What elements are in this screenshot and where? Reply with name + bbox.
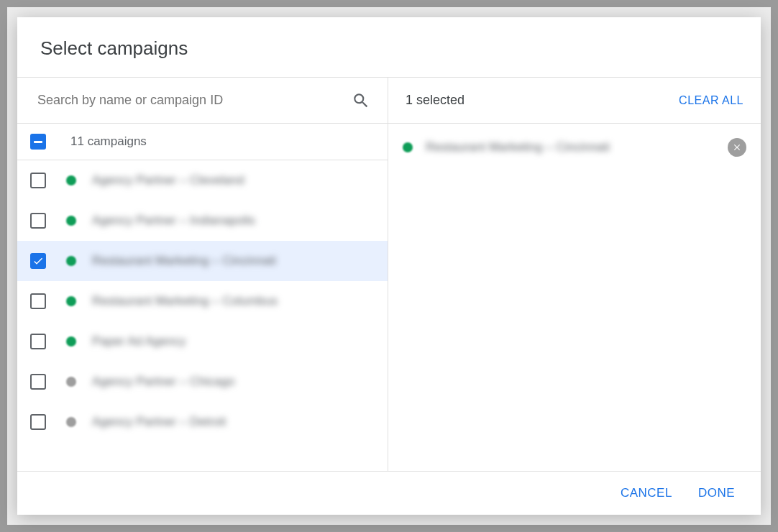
campaign-row-main: Agency Partner – Chicago <box>66 375 375 389</box>
cancel-button[interactable]: CANCEL <box>621 486 672 500</box>
campaign-row[interactable]: Restaurant Marketing – Cincinnati <box>17 241 388 281</box>
campaign-row-main: Agency Partner – Indianapolis <box>66 214 375 228</box>
campaign-count-label: 11 campaigns <box>70 134 147 149</box>
clear-all-button[interactable]: CLEAR ALL <box>679 94 743 107</box>
status-dot-icon <box>66 175 76 185</box>
search-icon[interactable] <box>352 91 370 110</box>
campaign-list[interactable]: Agency Partner – ClevelandAgency Partner… <box>17 160 388 471</box>
campaign-row-main: Restaurant Marketing – Cincinnati <box>66 254 375 268</box>
selected-row-label: Restaurant Marketing – Cincinnati <box>426 140 715 155</box>
status-dot-icon <box>66 377 76 387</box>
campaign-row[interactable]: Restaurant Marketing – Columbus <box>17 281 388 321</box>
status-dot-icon <box>66 216 76 226</box>
campaign-row-label: Agency Partner – Indianapolis <box>92 214 255 228</box>
remove-selected-button[interactable] <box>728 138 746 157</box>
campaign-row-main: Agency Partner – Detroit <box>66 415 375 429</box>
done-button[interactable]: DONE <box>698 486 735 500</box>
dialog-header: Select campaigns <box>17 17 761 77</box>
available-pane: 11 campaigns Agency Partner – ClevelandA… <box>17 78 388 471</box>
campaign-checkbox[interactable] <box>30 293 46 309</box>
campaign-list-header: 11 campaigns <box>17 124 388 160</box>
campaign-checkbox[interactable] <box>30 414 46 430</box>
campaign-row[interactable]: Agency Partner – Detroit <box>17 402 388 442</box>
campaign-checkbox[interactable] <box>30 374 46 390</box>
search-input[interactable] <box>37 93 352 108</box>
campaign-checkbox[interactable] <box>30 213 46 229</box>
campaign-row[interactable]: Agency Partner – Chicago <box>17 362 388 402</box>
select-all-checkbox[interactable] <box>30 134 46 150</box>
campaign-row-label: Restaurant Marketing – Cincinnati <box>92 254 276 268</box>
status-dot-icon <box>403 142 413 152</box>
select-campaigns-dialog: Select campaigns 11 campaigns Agency Par… <box>17 17 761 515</box>
campaign-row[interactable]: Agency Partner – Indianapolis <box>17 201 388 241</box>
campaign-row[interactable]: Paper Ad Agency <box>17 321 388 362</box>
selected-count-label: 1 selected <box>406 93 679 108</box>
campaign-row-label: Agency Partner – Detroit <box>92 415 226 429</box>
campaign-row-label: Agency Partner – Chicago <box>92 375 234 389</box>
dialog-title: Select campaigns <box>40 37 738 60</box>
status-dot-icon <box>66 336 76 347</box>
campaign-row-main: Agency Partner – Cleveland <box>66 173 375 188</box>
campaign-row-main: Restaurant Marketing – Columbus <box>66 294 375 308</box>
campaign-checkbox[interactable] <box>30 253 46 269</box>
campaign-row-main: Paper Ad Agency <box>66 334 375 349</box>
campaign-row-label: Paper Ad Agency <box>92 334 186 349</box>
selected-pane: 1 selected CLEAR ALL Restaurant Marketin… <box>388 78 761 471</box>
status-dot-icon <box>66 256 76 266</box>
campaign-checkbox[interactable] <box>30 173 46 188</box>
campaign-row[interactable]: Agency Partner – Cleveland <box>17 160 388 201</box>
close-icon <box>732 142 742 152</box>
selected-header: 1 selected CLEAR ALL <box>388 78 761 124</box>
campaign-row-label: Restaurant Marketing – Columbus <box>92 294 278 308</box>
dialog-body: 11 campaigns Agency Partner – ClevelandA… <box>17 77 761 471</box>
status-dot-icon <box>66 296 76 306</box>
campaign-row-label: Agency Partner – Cleveland <box>92 173 244 188</box>
campaign-checkbox[interactable] <box>30 334 46 349</box>
selected-list: Restaurant Marketing – Cincinnati <box>388 124 761 171</box>
selected-row: Restaurant Marketing – Cincinnati <box>388 131 761 164</box>
search-row <box>17 78 388 124</box>
dialog-footer: CANCEL DONE <box>17 471 761 515</box>
status-dot-icon <box>66 417 76 427</box>
